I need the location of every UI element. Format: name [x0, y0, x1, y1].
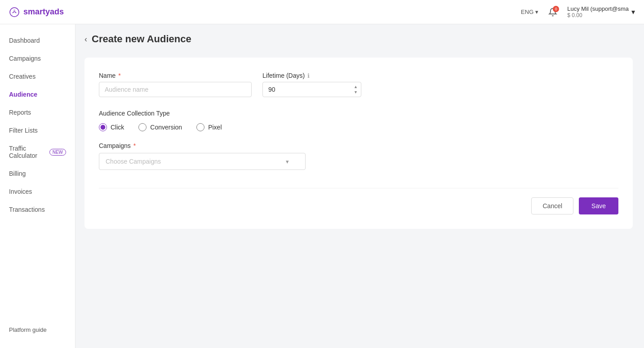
sidebar-item-billing[interactable]: Billing [0, 165, 75, 183]
name-label-text: Name [99, 72, 115, 79]
language-selector[interactable]: ENG ▾ [521, 9, 538, 15]
sidebar-label-transactions: Transactions [9, 206, 45, 213]
top-right-area: ENG ▾ 0 Lucy Mil (support@sma $ 0.00 ▾ [521, 5, 635, 19]
lifetime-decrement[interactable]: ▼ [353, 90, 359, 95]
audience-type-section: Audience Collection Type Click Conversio… [99, 110, 618, 131]
campaigns-placeholder: Choose Campaigns [106, 158, 161, 165]
sidebar-item-reports[interactable]: Reports [0, 103, 75, 121]
new-badge: NEW [49, 149, 66, 156]
lifetime-field-group: Lifetime (Days) ℹ ▲ ▼ [262, 72, 361, 97]
lang-label: ENG [521, 9, 533, 15]
cancel-button[interactable]: Cancel [531, 197, 573, 214]
sidebar-label-reports: Reports [9, 109, 31, 116]
radio-click-input[interactable] [99, 123, 107, 131]
sidebar-label-campaigns: Campaigns [9, 55, 41, 62]
user-info[interactable]: Lucy Mil (support@sma $ 0.00 ▾ [567, 5, 635, 18]
radio-click[interactable]: Click [99, 123, 124, 131]
campaigns-select[interactable]: Choose Campaigns ▾ [99, 153, 306, 170]
lifetime-spinner: ▲ ▼ [353, 85, 359, 95]
radio-click-label: Click [111, 124, 124, 131]
content-area: ‹ Create new Audience Name * [76, 24, 644, 348]
radio-conversion-input[interactable] [138, 123, 147, 131]
top-bar: smartyads ENG ▾ 0 Lucy Mil (support@sma … [0, 0, 644, 24]
lifetime-input-wrapper: ▲ ▼ [262, 82, 361, 97]
sidebar-item-audience[interactable]: Audience [0, 85, 75, 103]
sidebar-label-dashboard: Dashboard [9, 37, 40, 44]
radio-group: Click Conversion Pixel [99, 123, 618, 131]
user-name: Lucy Mil (support@sma [567, 5, 629, 12]
lifetime-label-text: Lifetime (Days) [262, 72, 305, 79]
radio-pixel-label: Pixel [208, 124, 222, 131]
sidebar-item-filter-lists[interactable]: Filter Lists [0, 121, 75, 139]
campaigns-section: Campaigns * Choose Campaigns ▾ [99, 142, 618, 170]
sidebar-bottom: Platform guide [0, 318, 75, 341]
user-text: Lucy Mil (support@sma $ 0.00 [567, 5, 629, 18]
campaigns-required-star: * [133, 142, 136, 149]
sidebar-label-traffic-calculator: Traffic Calculator [9, 145, 44, 159]
sidebar-label-invoices: Invoices [9, 188, 32, 195]
svg-point-0 [10, 8, 19, 17]
name-field-group: Name * [99, 72, 252, 97]
logo-text: smartyads [23, 7, 64, 17]
user-chevron: ▾ [631, 8, 635, 16]
svg-point-1 [13, 9, 15, 11]
campaigns-label: Campaigns * [99, 142, 618, 149]
logo-icon [9, 7, 20, 18]
campaigns-label-text: Campaigns [99, 142, 131, 149]
sidebar-label-audience: Audience [9, 91, 37, 98]
lang-chevron: ▾ [535, 9, 538, 15]
sidebar-label-billing: Billing [9, 170, 26, 177]
sidebar-item-traffic-calculator[interactable]: Traffic Calculator NEW [0, 139, 75, 165]
radio-pixel-input[interactable] [196, 123, 204, 131]
audience-type-label: Audience Collection Type [99, 110, 618, 117]
sidebar-label-filter-lists: Filter Lists [9, 127, 38, 134]
lifetime-label: Lifetime (Days) ℹ [262, 72, 361, 79]
lifetime-info-icon: ℹ [307, 72, 310, 79]
notification-badge: 0 [553, 6, 559, 12]
sidebar-item-invoices[interactable]: Invoices [0, 183, 75, 201]
page-header: ‹ Create new Audience [84, 33, 635, 45]
main-layout: Dashboard Campaigns Creatives Audience R… [0, 24, 644, 348]
name-lifetime-row: Name * Lifetime (Days) ℹ [99, 72, 618, 97]
platform-guide-link[interactable]: Platform guide [9, 326, 47, 333]
app-container: smartyads ENG ▾ 0 Lucy Mil (support@sma … [0, 0, 644, 348]
user-balance: $ 0.00 [567, 12, 629, 18]
form-card: Name * Lifetime (Days) ℹ [84, 58, 633, 229]
page-title: Create new Audience [92, 33, 191, 45]
radio-conversion[interactable]: Conversion [138, 123, 182, 131]
sidebar-item-transactions[interactable]: Transactions [0, 201, 75, 219]
audience-name-input[interactable] [99, 82, 252, 97]
name-required-star: * [118, 72, 120, 79]
radio-pixel[interactable]: Pixel [196, 123, 222, 131]
back-button[interactable]: ‹ [84, 35, 87, 44]
sidebar-label-creatives: Creatives [9, 73, 36, 80]
save-button[interactable]: Save [579, 197, 618, 214]
sidebar-item-dashboard[interactable]: Dashboard [0, 31, 75, 49]
name-label: Name * [99, 72, 252, 79]
sidebar-item-creatives[interactable]: Creatives [0, 67, 75, 85]
sidebar-item-campaigns[interactable]: Campaigns [0, 49, 75, 67]
campaigns-dropdown[interactable]: Choose Campaigns ▾ [99, 153, 306, 170]
campaigns-chevron-icon: ▾ [286, 158, 289, 165]
form-footer: Cancel Save [99, 188, 618, 214]
sidebar: Dashboard Campaigns Creatives Audience R… [0, 24, 76, 348]
notification-button[interactable]: 0 [546, 5, 560, 19]
logo-area: smartyads [9, 7, 64, 18]
radio-conversion-label: Conversion [150, 124, 182, 131]
lifetime-input[interactable] [262, 82, 361, 97]
lifetime-increment[interactable]: ▲ [353, 85, 359, 89]
